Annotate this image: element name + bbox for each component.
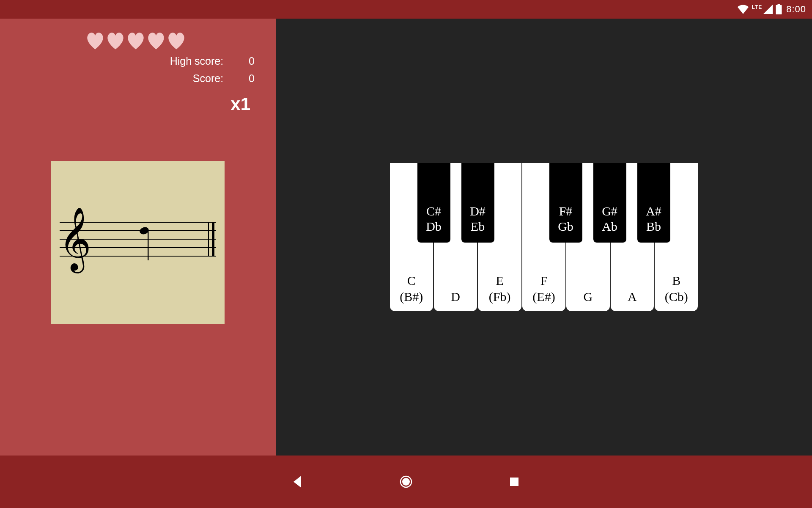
piano-keyboard: C(B#)DE(Fb)F(E#)GAB(Cb) C#DbD#EbF#GbG#Ab… xyxy=(390,163,698,311)
svg-rect-8 xyxy=(148,231,149,260)
white-key-label: D xyxy=(434,289,477,305)
multiplier-row: x1 xyxy=(0,94,276,114)
black-key-label: A#Bb xyxy=(637,204,670,234)
heart-icon xyxy=(126,31,146,50)
heart-icon xyxy=(105,31,126,50)
nav-recent-button[interactable] xyxy=(507,474,522,489)
treble-clef-icon: 𝄞 xyxy=(59,208,91,273)
black-key-dsharp[interactable]: D#Eb xyxy=(461,163,494,243)
heart-icon xyxy=(166,31,187,50)
black-key-fsharp[interactable]: F#Gb xyxy=(549,163,582,243)
nav-bar xyxy=(0,456,812,508)
svg-rect-5 xyxy=(212,222,214,256)
svg-rect-11 xyxy=(510,478,518,486)
black-key-asharp[interactable]: A#Bb xyxy=(637,163,670,243)
nav-back-button[interactable] xyxy=(290,474,305,489)
highscore-label: High score: xyxy=(170,55,223,67)
white-key-label: A xyxy=(611,289,654,305)
lives-display xyxy=(0,31,276,50)
black-key-gsharp[interactable]: G#Ab xyxy=(593,163,626,243)
network-lte-label: LTE xyxy=(752,4,762,10)
highscore-value: 0 xyxy=(249,55,255,67)
nav-home-button[interactable] xyxy=(398,474,414,489)
white-key-label: G xyxy=(566,289,609,305)
white-key-label: F(E#) xyxy=(522,273,565,304)
multiplier-value: x1 xyxy=(230,94,250,114)
signal-icon xyxy=(763,5,773,14)
note-icon xyxy=(139,226,150,260)
score-value: 0 xyxy=(249,72,255,85)
score-label: Score: xyxy=(193,72,223,85)
black-key-label: D#Eb xyxy=(461,204,494,234)
wifi-icon xyxy=(737,5,749,14)
heart-icon xyxy=(146,31,166,50)
status-clock: 8:00 xyxy=(786,4,806,15)
white-key-label: C(B#) xyxy=(390,273,433,304)
status-bar: LTE 8:00 xyxy=(0,0,812,19)
black-key-label: F#Gb xyxy=(549,204,582,234)
black-key-csharp[interactable]: C#Db xyxy=(417,163,450,243)
black-key-label: C#Db xyxy=(417,204,450,234)
svg-point-10 xyxy=(402,478,410,486)
game-panel: High score: 0 Score: 0 x1 𝄞 xyxy=(0,19,276,456)
black-key-label: G#Ab xyxy=(593,204,626,234)
score-block: High score: 0 Score: 0 xyxy=(0,55,276,85)
white-key-label: E(Fb) xyxy=(478,273,521,304)
battery-icon xyxy=(776,4,782,14)
music-staff: 𝄞 xyxy=(51,161,225,324)
staff-card: 𝄞 xyxy=(51,161,225,324)
main-area: High score: 0 Score: 0 x1 𝄞 xyxy=(0,19,812,456)
heart-icon xyxy=(85,31,105,50)
keyboard-panel: C(B#)DE(Fb)F(E#)GAB(Cb) C#DbD#EbF#GbG#Ab… xyxy=(276,19,812,456)
white-key-label: B(Cb) xyxy=(655,273,698,304)
